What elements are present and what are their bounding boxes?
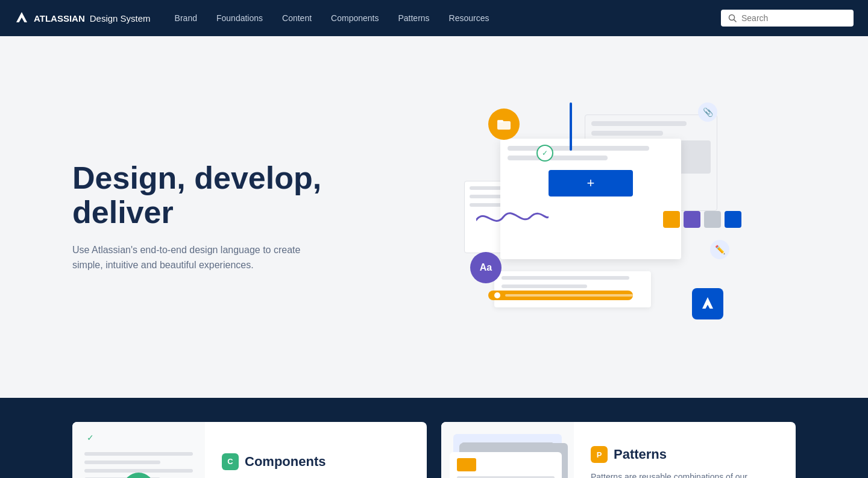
swatch-purple [684, 211, 700, 228]
patterns-illustration [441, 422, 574, 478]
components-illustration: ✓ ⚙ + [72, 422, 205, 478]
hero-subtitle: Use Atlassian's end-to-end design langua… [72, 242, 301, 273]
search-input[interactable] [741, 13, 846, 23]
patterns-title: Patterns [614, 447, 667, 462]
atlassian-logo-square [692, 288, 723, 319]
components-title-row: C Components [222, 453, 379, 470]
blue-bar [570, 102, 572, 151]
atlassian-icon [14, 11, 29, 25]
hero-content: Design, develop, deliver Use Atlassian's… [72, 161, 398, 273]
clip-icon: 📎 [698, 102, 717, 122]
typography-icon-circle: Aa [470, 252, 502, 283]
search-box[interactable] [721, 10, 854, 27]
nav-foundations[interactable]: Foundations [216, 13, 263, 23]
progress-track [505, 294, 633, 297]
nav-links: Brand Foundations Content Components Pat… [175, 13, 721, 23]
folder-icon-circle [488, 108, 520, 140]
folder-icon [497, 118, 511, 130]
comp-check-icon: ✓ [87, 433, 94, 442]
comp-line-1 [84, 452, 193, 456]
product-name: Design System [90, 13, 151, 24]
svg-rect-5 [497, 121, 511, 130]
swatch-gray [704, 211, 721, 228]
patterns-description: Patterns are reusable combinations of ou… [591, 470, 747, 478]
color-swatches [663, 211, 741, 228]
components-badge: C [222, 453, 239, 470]
nav-content[interactable]: Content [282, 13, 312, 23]
swatch-orange [663, 211, 680, 228]
illus-add-button: + [549, 170, 633, 197]
patterns-card-info: P Patterns Patterns are reusable combina… [574, 422, 764, 478]
pat-yellow-rect [457, 458, 476, 471]
illustration-container: 📎 + ✓ [452, 90, 741, 344]
comp-line-2 [84, 461, 160, 464]
patterns-title-row: P Patterns [591, 446, 747, 463]
pat-illus-inner [441, 422, 574, 478]
hero-section: Design, develop, deliver Use Atlassian's… [0, 36, 868, 398]
brand-name: ATLASSIAN [34, 13, 85, 24]
check-icon: ✓ [536, 145, 553, 162]
atlassian-square-icon [699, 295, 716, 312]
progress-bar [488, 291, 633, 300]
pencil-icon: ✏️ [710, 240, 729, 259]
nav-resources[interactable]: Resources [449, 13, 489, 23]
pat-card-front [450, 452, 562, 478]
swatch-blue [725, 211, 741, 228]
components-card-info: C Components Components are the intuitiv… [205, 422, 395, 478]
patterns-card: P Patterns Patterns are reusable combina… [441, 422, 796, 478]
navbar: ATLASSIAN Design System Brand Foundation… [0, 0, 868, 36]
components-card: ✓ ⚙ + C Components Components are the in… [72, 422, 427, 478]
search-icon [728, 14, 737, 22]
illus-card-main: + [500, 139, 681, 259]
hero-illustration: 📎 + ✓ [398, 72, 796, 362]
wavy-line [476, 205, 549, 229]
comp-illus-inner: ✓ ⚙ + [72, 422, 205, 478]
bottom-section: ✓ ⚙ + C Components Components are the in… [0, 398, 868, 478]
hero-title: Design, develop, deliver [72, 161, 398, 230]
nav-brand[interactable]: Brand [175, 13, 197, 23]
components-title: Components [245, 454, 326, 470]
svg-line-1 [734, 20, 737, 22]
svg-rect-6 [497, 120, 503, 122]
nav-patterns[interactable]: Patterns [398, 13, 429, 23]
brand-logo[interactable]: ATLASSIAN Design System [14, 11, 151, 25]
progress-dot [494, 292, 500, 298]
nav-components[interactable]: Components [331, 13, 379, 23]
illus-card-small [494, 271, 651, 307]
patterns-badge: P [591, 446, 608, 463]
